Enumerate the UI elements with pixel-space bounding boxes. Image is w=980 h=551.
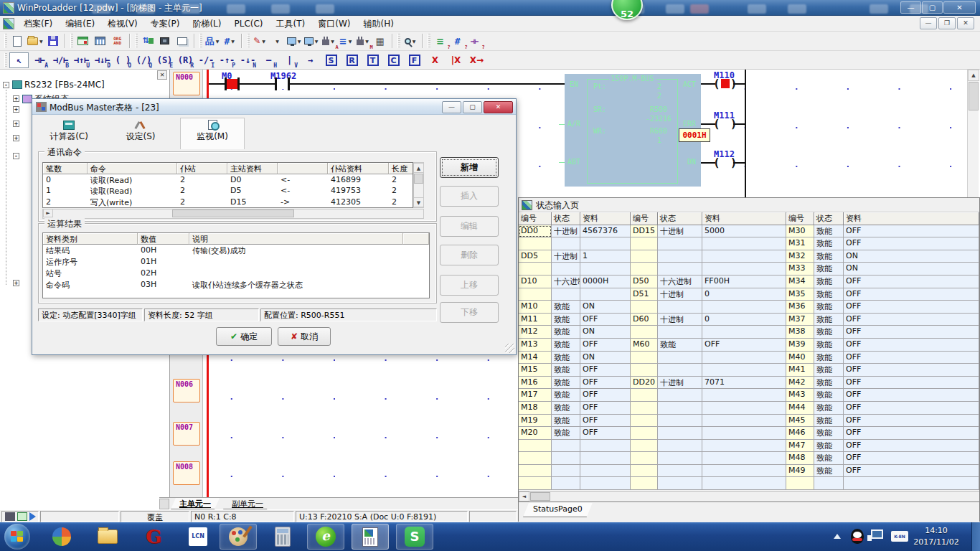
tray-expand-icon[interactable]: [834, 534, 841, 539]
status-cell[interactable]: OFF: [844, 389, 979, 402]
status-cell[interactable]: M37: [786, 314, 814, 326]
status-cell[interactable]: [658, 440, 702, 453]
status-cell[interactable]: OFF: [844, 440, 979, 453]
status-cell[interactable]: FF00H: [702, 276, 786, 288]
status-cell[interactable]: [631, 301, 658, 314]
status-cell[interactable]: [658, 364, 702, 377]
status-cell[interactable]: 5000: [702, 225, 786, 238]
tree-expand-node[interactable]: +: [13, 135, 19, 141]
comm-cell[interactable]: 2: [389, 174, 413, 186]
status-cell[interactable]: [702, 477, 786, 490]
status-cell[interactable]: 7071: [702, 377, 786, 390]
online-run-icon[interactable]: ▼: [269, 33, 285, 49]
menu-item-7[interactable]: 窗口(W): [311, 16, 357, 32]
comm-cell[interactable]: 0: [43, 174, 88, 186]
scrollbar-thumb[interactable]: [969, 82, 979, 110]
toolbar-handle[interactable]: [397, 34, 400, 48]
status-cell[interactable]: 致能: [552, 339, 580, 352]
status-cell[interactable]: 十进制: [658, 288, 702, 301]
status-cell[interactable]: 十进制: [552, 250, 580, 263]
status-cell[interactable]: M19: [519, 415, 552, 428]
status-cell[interactable]: [631, 427, 658, 440]
scroll-up-button[interactable]: ▲: [968, 70, 979, 81]
status-cell[interactable]: [580, 440, 631, 453]
status-cell[interactable]: 致能: [814, 452, 844, 465]
plug-a-icon[interactable]: A▼: [321, 33, 336, 49]
status-cell[interactable]: OFF: [844, 377, 979, 390]
tab-monitor[interactable]: 监视(M): [180, 118, 245, 149]
status-cell[interactable]: M49: [786, 465, 814, 478]
status-cell[interactable]: OFF: [580, 427, 631, 440]
status-cell[interactable]: M17: [519, 389, 552, 402]
status-cell[interactable]: 致能: [814, 263, 844, 276]
status-cell[interactable]: [580, 477, 631, 490]
status-cell[interactable]: [631, 326, 658, 339]
status-cell[interactable]: [631, 402, 658, 415]
arrow-line-button[interactable]: →: [301, 52, 320, 68]
status-cell[interactable]: [702, 237, 786, 250]
ladder-help-icon[interactable]: #?: [450, 33, 466, 49]
status-cell[interactable]: 致能: [552, 389, 580, 402]
network-box-N007[interactable]: N007: [173, 422, 200, 446]
menu-item-4[interactable]: 阶梯(L): [186, 16, 227, 32]
status-cell[interactable]: 致能: [552, 326, 580, 339]
comm-cell[interactable]: <-: [278, 174, 328, 186]
menu-item-0[interactable]: 档案(F): [17, 16, 59, 32]
chip-icon[interactable]: [157, 33, 173, 49]
status-cell[interactable]: [702, 301, 786, 314]
project-window-icon[interactable]: [75, 33, 91, 49]
status-cell[interactable]: 致能: [814, 288, 844, 301]
status-cell[interactable]: [702, 415, 786, 428]
monitor-1-icon[interactable]: ▼: [286, 33, 302, 49]
dropdown-arrow[interactable]: ▼: [365, 39, 369, 44]
status-cell[interactable]: M20: [519, 427, 552, 440]
status-cell[interactable]: OFF: [580, 377, 631, 390]
status-cell[interactable]: D50: [631, 276, 658, 288]
status-cell[interactable]: M43: [786, 389, 814, 402]
scroll-left-button[interactable]: ◄: [519, 491, 529, 501]
taskbar-explorer[interactable]: [89, 524, 126, 550]
contact-m1962[interactable]: [288, 77, 290, 90]
dropdown-arrow[interactable]: ▼: [298, 39, 301, 44]
status-cell[interactable]: M32: [786, 250, 814, 263]
status-cell[interactable]: OFF: [844, 276, 979, 288]
taskbar-clock[interactable]: 14:10 2017/11/02: [908, 525, 964, 548]
qq-icon[interactable]: [851, 529, 864, 544]
taskbar-sogou[interactable]: [43, 524, 80, 550]
status-cell[interactable]: OFF: [580, 339, 631, 352]
resize-grip[interactable]: [505, 344, 514, 353]
comm-cell[interactable]: 412305: [328, 197, 389, 208]
status-cell[interactable]: [631, 263, 658, 276]
vertical-line-button[interactable]: |V: [280, 52, 299, 68]
dropdown-arrow[interactable]: ▼: [331, 39, 334, 44]
comm-cell[interactable]: 写入(write): [88, 197, 177, 208]
save-icon[interactable]: [45, 33, 61, 49]
status-cell[interactable]: OFF: [844, 364, 979, 377]
status-cell[interactable]: OFF: [580, 402, 631, 415]
status-cell[interactable]: M11: [519, 314, 552, 326]
cancel-button[interactable]: ✘取消: [278, 327, 331, 346]
toolbar-handle[interactable]: [4, 34, 7, 48]
comm-command-table[interactable]: 笔数命令仆站主站资料仆站资料长度0读取(Read)2D0<-41689921读取…: [42, 162, 413, 208]
scrollbar-thumb[interactable]: [414, 174, 423, 184]
dropdown-arrow[interactable]: ▼: [349, 39, 352, 44]
toolbar-handle[interactable]: [70, 34, 73, 48]
contact-up-button[interactable]: ⊣↑⊢U: [72, 52, 91, 68]
status-cell[interactable]: OFF: [844, 301, 979, 314]
status-cell[interactable]: ON: [580, 301, 631, 314]
status-cell[interactable]: [702, 427, 786, 440]
toolbar-handle[interactable]: [199, 34, 202, 48]
panel-close-icon[interactable]: ✕: [157, 70, 167, 80]
status-cell[interactable]: OFF: [580, 364, 631, 377]
status-cell[interactable]: D60: [631, 314, 658, 326]
taskbar-paint[interactable]: [220, 524, 257, 550]
status-cell[interactable]: M12: [519, 326, 552, 339]
dropdown-arrow[interactable]: ▼: [262, 39, 265, 44]
func-s-button[interactable]: S: [321, 52, 341, 68]
status-cell[interactable]: OFF: [844, 452, 979, 465]
scroll-down-button[interactable]: ▼: [413, 197, 424, 207]
side-button-删除[interactable]: 删除: [440, 245, 499, 265]
tab-statuspage0[interactable]: StatusPage0: [523, 503, 593, 517]
status-cell[interactable]: [702, 263, 786, 276]
tab-main-unit[interactable]: 主单元一: [171, 498, 220, 509]
